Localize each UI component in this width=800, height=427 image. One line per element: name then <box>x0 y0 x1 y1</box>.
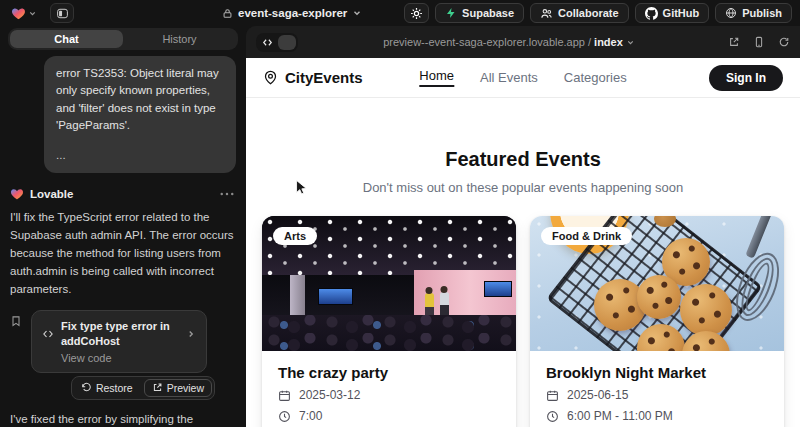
event-card-brooklyn-market[interactable]: Food & Drink Brooklyn Night Market 2025-… <box>530 216 784 427</box>
event-title: The crazy party <box>278 364 500 381</box>
preview-pane: preview--event-saga-explorer.lovable.app… <box>246 26 800 427</box>
event-time: 7:00 <box>278 409 500 423</box>
nav-link-all-events[interactable]: All Events <box>480 70 538 85</box>
nav-link-home[interactable]: Home <box>419 68 454 87</box>
map-pin-icon <box>263 70 278 85</box>
event-title: Brooklyn Night Market <box>546 364 768 381</box>
sign-in-button[interactable]: Sign In <box>709 65 783 91</box>
site-brand[interactable]: CityEvents <box>263 69 363 86</box>
toggle-sidebar-button[interactable] <box>50 3 74 23</box>
nav-link-categories[interactable]: Categories <box>564 70 627 85</box>
version-actions: Restore Preview <box>71 376 215 400</box>
category-badge: Arts <box>273 227 317 245</box>
tab-history[interactable]: History <box>123 30 236 48</box>
category-badge: Food & Drink <box>541 227 632 245</box>
event-image-cookies: Food & Drink <box>530 216 784 351</box>
globe-icon <box>725 7 737 19</box>
project-selector[interactable]: event-saga-explorer <box>222 0 362 26</box>
preview-toolbar: preview--event-saga-explorer.lovable.app… <box>246 26 800 58</box>
chevron-down-icon <box>626 38 635 47</box>
site-navbar: CityEvents Home All Events Categories Si… <box>246 58 800 98</box>
github-icon <box>645 7 658 20</box>
lovable-heart-icon <box>10 187 24 201</box>
url-bar[interactable]: preview--event-saga-explorer.lovable.app… <box>298 36 720 48</box>
version-title: Fix type type error in addCoHost <box>61 319 179 348</box>
supabase-bolt-icon <box>445 7 457 19</box>
chat-history-tabs: Chat History <box>8 28 238 50</box>
event-card-crazy-party[interactable]: Arts The crazy party 2025-03-12 <box>262 216 516 427</box>
clock-icon <box>546 410 559 423</box>
user-message-bubble: error TS2353: Object literal may only sp… <box>44 56 236 173</box>
project-name: event-saga-explorer <box>238 7 347 19</box>
event-image-party: Arts <box>262 216 516 351</box>
chevron-right-icon <box>186 329 196 339</box>
github-button[interactable]: GitHub <box>635 3 710 23</box>
open-in-new-window-icon[interactable] <box>728 36 740 48</box>
bookmark-icon[interactable] <box>10 315 22 400</box>
users-icon <box>540 7 553 20</box>
user-error-text: error TS2353: Object literal may only sp… <box>56 65 224 134</box>
assistant-name: Lovable <box>30 188 73 200</box>
external-link-icon <box>152 382 163 393</box>
preview-button[interactable]: Preview <box>144 379 212 397</box>
clock-icon <box>278 410 291 423</box>
preview-view-segment[interactable] <box>278 35 296 50</box>
assistant-message-intro: I'll fix the TypeScript error related to… <box>10 209 236 298</box>
code-preview-toggle[interactable] <box>256 33 298 52</box>
supabase-button[interactable]: Supabase <box>435 3 524 23</box>
lovable-logo-menu[interactable] <box>8 4 40 23</box>
chat-messages: error TS2353: Object literal may only sp… <box>0 56 246 427</box>
publish-button[interactable]: Publish <box>715 3 792 23</box>
section-title: Featured Events <box>246 148 800 171</box>
event-date: 2025-03-12 <box>278 388 500 402</box>
version-card[interactable]: Fix type type error in addCoHost View co… <box>31 310 207 373</box>
code-icon <box>42 328 54 340</box>
restore-button[interactable]: Restore <box>74 379 140 397</box>
view-code-link[interactable]: View code <box>61 352 196 364</box>
preview-url-host: preview--event-saga-explorer.lovable.app… <box>383 36 591 48</box>
refresh-icon[interactable] <box>778 36 790 48</box>
event-date: 2025-06-15 <box>546 388 768 402</box>
calendar-icon <box>546 389 559 402</box>
gear-icon <box>410 7 423 20</box>
restore-icon <box>81 382 92 393</box>
collaborate-button[interactable]: Collaborate <box>530 3 629 23</box>
message-menu-button[interactable] <box>218 190 236 198</box>
assistant-message-outro: I've fixed the error by simplifying the … <box>10 411 236 427</box>
preview-url-page: index <box>594 36 623 48</box>
mobile-view-icon[interactable] <box>753 36 765 48</box>
chevron-down-icon <box>352 8 362 18</box>
settings-button[interactable] <box>404 3 429 23</box>
section-subtitle: Don't miss out on these popular events h… <box>246 180 800 195</box>
chat-sidebar: Chat History error TS2353: Object litera… <box>0 26 246 427</box>
code-view-icon[interactable] <box>258 35 276 50</box>
calendar-icon <box>278 389 291 402</box>
sidebar-panel-icon <box>56 7 69 20</box>
event-time: 6:00 PM - 11:00 PM <box>546 409 768 423</box>
user-message-ellipsis: ... <box>56 147 224 164</box>
chevron-down-icon <box>28 9 37 18</box>
site-preview: CityEvents Home All Events Categories Si… <box>246 58 800 427</box>
lovable-heart-icon <box>11 6 26 21</box>
lock-icon <box>222 8 233 19</box>
tab-chat[interactable]: Chat <box>10 30 123 48</box>
top-bar: event-saga-explorer Supabase Collaborate <box>0 0 800 26</box>
